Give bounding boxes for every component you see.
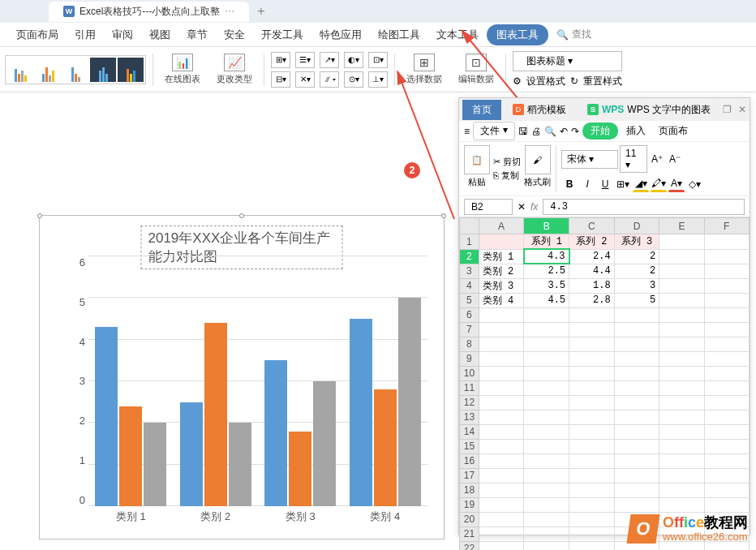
error-button[interactable]: ⊥▾	[368, 71, 388, 88]
menu-review[interactable]: 审阅	[104, 23, 141, 47]
edit-data-button[interactable]: ⊡ 编辑数据	[453, 52, 499, 87]
spreadsheet-grid[interactable]: ABCDEF1系列 1系列 2系列 32类别 14.32.423类别 22.54…	[459, 217, 750, 550]
start-menu[interactable]: 开始	[582, 122, 618, 140]
y-axis: 0123456	[72, 256, 85, 506]
online-chart-button[interactable]: 📊 在线图表	[160, 52, 205, 87]
menu-section[interactable]: 章节	[178, 23, 216, 47]
subwindow-tabs: 首页 D稻壳模板 SWPS WPS 文字中的图表 ❐✕	[459, 98, 750, 121]
font-family-select[interactable]: 宋体 ▾	[561, 150, 618, 169]
cancel-edit-icon[interactable]: ✕	[518, 201, 526, 213]
insert-menu[interactable]: 插入	[621, 122, 651, 140]
fx-icon[interactable]: fx	[530, 201, 538, 213]
wps-data-window: 首页 D稻壳模板 SWPS WPS 文字中的图表 ❐✕ ≡ 文件▾ 🖫 🖨 🔍 …	[458, 97, 750, 535]
document-tabs: W Excel表格技巧---小数点向上取整 ⋯ +	[0, 0, 756, 23]
tab-title: Excel表格技巧---小数点向上取整	[79, 5, 220, 19]
axis3-button[interactable]: ✕▾	[295, 71, 315, 88]
italic-button[interactable]: I	[579, 176, 595, 192]
set-format-button[interactable]: 设置格式	[526, 75, 565, 88]
add-tab-button[interactable]: +	[249, 1, 273, 22]
file-menu[interactable]: 文件▾	[473, 122, 515, 140]
fill-color-button[interactable]: ◢▾	[633, 176, 649, 192]
gear-icon: ⚙	[513, 75, 522, 87]
chart-title-dropdown[interactable]: 图表标题 ▾	[513, 51, 622, 71]
edit-data-icon: ⊡	[466, 54, 487, 71]
highlight-button[interactable]: 🖍▾	[651, 176, 667, 192]
cut-button[interactable]: ✂ 剪切	[493, 156, 521, 168]
menu-layout[interactable]: 页面布局	[8, 23, 67, 47]
menu-featured[interactable]: 特色应用	[311, 23, 370, 47]
increase-font-button[interactable]: A⁺	[649, 151, 665, 167]
reset-icon: ↻	[570, 75, 578, 87]
menu-charttools[interactable]: 图表工具	[487, 24, 548, 45]
style-button[interactable]: ◐▾	[344, 52, 363, 68]
document-tab[interactable]: W Excel表格技巧---小数点向上取整 ⋯	[49, 2, 249, 22]
label-button[interactable]: ⊡▾	[368, 52, 388, 68]
restore-icon[interactable]: ❐	[723, 104, 732, 115]
axis-button[interactable]: ⊞▾	[271, 52, 290, 68]
gridline-button[interactable]: ☰▾	[295, 52, 315, 68]
watermark-title: Office教程网	[663, 515, 748, 531]
menu-devtools[interactable]: 开发工具	[253, 23, 311, 47]
select-data-icon: ⊞	[414, 54, 435, 71]
border-button[interactable]: ⊞▾	[615, 176, 631, 192]
undo-icon[interactable]: ↶	[560, 126, 568, 137]
redo-icon[interactable]: ↷	[571, 126, 579, 137]
line-button[interactable]: ↗▾	[320, 52, 339, 68]
paste-button[interactable]: 📋	[464, 145, 490, 174]
chart-icon: 📊	[172, 54, 193, 71]
formula-input[interactable]: 4.3	[543, 199, 745, 215]
tab-options-icon[interactable]: ⋯	[225, 6, 234, 17]
search-box[interactable]: 🔍 查找	[556, 28, 591, 41]
select-data-button[interactable]: ⊞ 选择数据	[402, 52, 447, 87]
sheet-icon: S	[587, 104, 599, 115]
clear-format-button[interactable]: ◇▾	[686, 176, 702, 192]
format-painter-button[interactable]: 🖌	[525, 145, 551, 174]
marker-button[interactable]: ⊙▾	[344, 71, 363, 88]
search-icon: 🔍	[556, 29, 569, 41]
annotation-badge-2: 2	[404, 162, 420, 178]
chart-object[interactable]: 2019年XXX企业各个车间生产能力对比图 0123456 类别 1类别 2类别…	[39, 215, 445, 539]
font-size-select[interactable]: 11 ▾	[620, 145, 647, 173]
menu-texttools[interactable]: 文本工具	[428, 23, 487, 47]
subtab-home[interactable]: 首页	[462, 100, 501, 120]
print-icon[interactable]: 🖨	[531, 126, 541, 137]
copy-button[interactable]: ⎘ 复制	[493, 170, 521, 182]
preview-icon[interactable]: 🔍	[544, 126, 556, 137]
underline-button[interactable]: U	[597, 176, 613, 192]
watermark: O Office教程网 www.office26.com	[629, 514, 748, 544]
app-menu-icon[interactable]: ≡	[464, 126, 470, 137]
change-type-button[interactable]: 📈 更改类型	[212, 52, 257, 87]
change-type-icon: 📈	[224, 54, 245, 71]
layout-menu[interactable]: 页面布	[654, 122, 693, 140]
subwindow-menu: ≡ 文件▾ 🖫 🖨 🔍 ↶ ↷ 开始 插入 页面布	[459, 121, 750, 142]
chart-style-gallery[interactable]	[5, 55, 146, 84]
menu-view[interactable]: 视图	[141, 23, 178, 47]
subtab-docer[interactable]: D稻壳模板	[503, 100, 576, 120]
reset-style-button[interactable]: 重置样式	[583, 75, 622, 88]
trend-button[interactable]: ⫽▾	[320, 71, 339, 88]
svg-line-1	[397, 71, 454, 219]
bar-container	[88, 256, 427, 506]
subtab-doc[interactable]: SWPS WPS 文字中的图表	[578, 100, 720, 120]
plot-area[interactable]: 0123456	[88, 256, 427, 506]
bold-button[interactable]: B	[561, 176, 578, 192]
cell-reference-box[interactable]: B2	[464, 199, 513, 215]
watermark-url: www.office26.com	[663, 531, 748, 543]
word-icon: W	[63, 6, 75, 17]
decrease-font-button[interactable]: A⁻	[667, 151, 683, 167]
menu-drawtools[interactable]: 绘图工具	[370, 23, 428, 47]
close-icon[interactable]: ✕	[738, 104, 746, 115]
chevron-down-icon: ▾	[503, 124, 508, 138]
docer-icon: D	[513, 104, 524, 115]
ribbon-toolbar: 📊 在线图表 📈 更改类型 ⊞▾ ☰▾ ↗▾ ◐▾ ⊡▾ ⊟▾ ✕▾ ⫽▾ ⊙▾…	[0, 47, 756, 92]
subwindow-toolbar: 📋 粘贴 ✂ 剪切 ⎘ 复制 🖌 格式刷 宋体 ▾ 11 ▾ A⁺ A⁻ B	[459, 142, 750, 196]
search-label: 查找	[572, 28, 591, 41]
axis2-button[interactable]: ⊟▾	[271, 71, 290, 88]
font-color-button[interactable]: A▾	[668, 176, 685, 192]
formula-bar: B2 ✕ fx 4.3	[459, 196, 750, 217]
save-icon[interactable]: 🖫	[518, 126, 528, 137]
ribbon-menu: 页面布局 引用 审阅 视图 章节 安全 开发工具 特色应用 绘图工具 文本工具 …	[0, 23, 756, 47]
menu-reference[interactable]: 引用	[67, 23, 104, 47]
menu-security[interactable]: 安全	[216, 23, 253, 47]
x-axis: 类别 1类别 2类别 3类别 4	[88, 509, 427, 524]
